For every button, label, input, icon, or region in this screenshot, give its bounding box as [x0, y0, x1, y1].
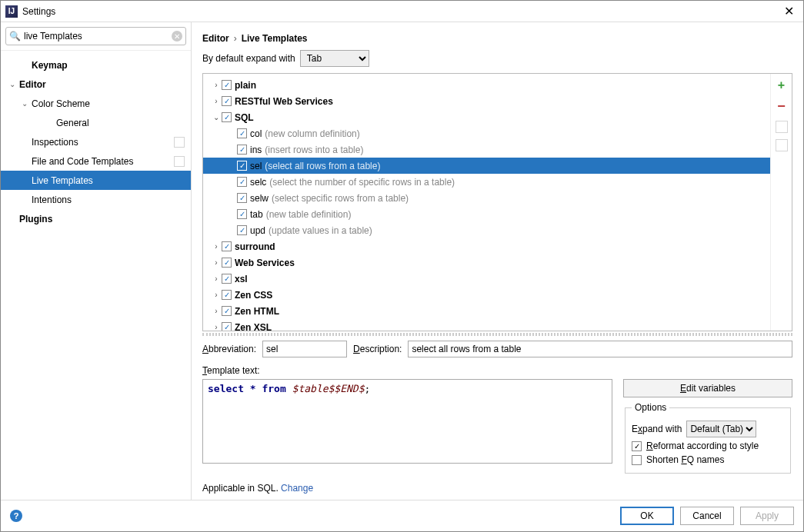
sidebar-item[interactable]: File and Code Templates: [1, 151, 191, 171]
help-icon[interactable]: ?: [10, 510, 22, 522]
group-checkbox[interactable]: ✓: [222, 112, 232, 122]
group-checkbox[interactable]: ✓: [222, 80, 232, 90]
template-item[interactable]: ✓upd (update values in a table): [203, 222, 770, 238]
template-item[interactable]: ✓selc (select the number of specific row…: [203, 174, 770, 190]
sidebar-item[interactable]: Keymap: [1, 55, 191, 75]
expand-select[interactable]: Tab: [300, 50, 369, 67]
paste-icon[interactable]: [776, 139, 788, 151]
template-group[interactable]: ⌄✓SQL: [203, 109, 770, 125]
sidebar-item[interactable]: Intentions: [1, 190, 191, 209]
options-group: Options Expand with Default (Tab) ✓ Refo…: [625, 402, 791, 474]
close-icon[interactable]: ✕: [779, 4, 799, 18]
item-checkbox[interactable]: ✓: [237, 225, 247, 235]
item-checkbox[interactable]: ✓: [237, 177, 247, 187]
template-item[interactable]: ✓ins (insert rows into a table): [203, 141, 770, 158]
item-checkbox[interactable]: ✓: [237, 161, 247, 171]
template-text-area[interactable]: select * from $table$$END$;: [202, 379, 612, 464]
templates-tree[interactable]: ›✓plain›✓RESTful Web Services⌄✓SQL✓col (…: [203, 74, 770, 331]
abbreviation-input[interactable]: [262, 341, 347, 357]
item-checkbox[interactable]: ✓: [237, 193, 247, 203]
item-checkbox[interactable]: ✓: [237, 145, 247, 155]
sidebar-item[interactable]: Live Templates: [1, 171, 191, 190]
template-group[interactable]: ›✓Zen HTML: [203, 303, 770, 319]
group-checkbox[interactable]: ✓: [222, 96, 232, 106]
sidebar: 🔍 ✕ Keymap⌄Editor⌄Color SchemeGeneralIns…: [1, 22, 192, 500]
sidebar-item[interactable]: ⌄Color Scheme: [1, 94, 191, 113]
search-icon: 🔍: [9, 31, 21, 42]
item-checkbox[interactable]: ✓: [237, 209, 247, 219]
reformat-label: Reformat according to style: [646, 441, 759, 451]
template-item[interactable]: ✓selw (select specific rows from a table…: [203, 190, 770, 206]
templates-toolbar: + −: [770, 74, 792, 331]
template-group[interactable]: ›✓RESTful Web Services: [203, 93, 770, 109]
group-checkbox[interactable]: ✓: [222, 290, 232, 300]
group-checkbox[interactable]: ✓: [222, 322, 232, 331]
group-checkbox[interactable]: ✓: [222, 258, 232, 268]
template-group[interactable]: ›✓plain: [203, 77, 770, 93]
ok-button[interactable]: OK: [620, 507, 674, 525]
add-icon[interactable]: +: [778, 78, 785, 92]
remove-icon[interactable]: −: [777, 98, 786, 115]
apply-button[interactable]: Apply: [740, 507, 794, 525]
template-group[interactable]: ›✓xsl: [203, 271, 770, 287]
template-item[interactable]: ✓sel (select all rows from a table): [203, 158, 770, 174]
sidebar-item[interactable]: Plugins: [1, 209, 191, 228]
abbr-label: Abbreviation:: [202, 344, 256, 354]
template-group[interactable]: ›✓Zen CSS: [203, 287, 770, 303]
settings-tree[interactable]: Keymap⌄Editor⌄Color SchemeGeneralInspect…: [1, 51, 191, 500]
group-checkbox[interactable]: ✓: [222, 306, 232, 316]
expand-with-label: Expand with: [632, 424, 682, 434]
title-bar: IJ Settings ✕: [1, 1, 803, 22]
applicable-text: Applicable in SQL. Change: [192, 480, 803, 500]
group-checkbox[interactable]: ✓: [222, 241, 232, 251]
expand-label: By default expand with: [202, 53, 295, 64]
group-checkbox[interactable]: ✓: [222, 274, 232, 284]
expand-with-select[interactable]: Default (Tab): [686, 421, 756, 437]
sidebar-item[interactable]: Inspections: [1, 132, 191, 151]
edit-variables-button[interactable]: Edit variables: [623, 379, 792, 397]
copy-icon[interactable]: [776, 121, 788, 133]
desc-label: Description:: [353, 344, 402, 354]
search-field[interactable]: [21, 31, 172, 42]
scheme-icon: [174, 156, 185, 167]
window-title: Settings: [22, 6, 55, 17]
shorten-label: Shorten FQ names: [646, 454, 724, 465]
clear-search-icon[interactable]: ✕: [172, 31, 182, 42]
template-text-label: Template text:: [192, 365, 803, 379]
sidebar-item[interactable]: ⌄Editor: [1, 75, 191, 94]
search-input[interactable]: 🔍 ✕: [5, 27, 186, 45]
item-checkbox[interactable]: ✓: [237, 128, 247, 138]
cancel-button[interactable]: Cancel: [680, 507, 734, 525]
template-group[interactable]: ›✓surround: [203, 238, 770, 254]
template-group[interactable]: ›✓Web Services: [203, 254, 770, 271]
template-item[interactable]: ✓col (new column definition): [203, 125, 770, 141]
sidebar-item[interactable]: General: [1, 113, 191, 132]
template-item[interactable]: ✓tab (new table definition): [203, 206, 770, 222]
reformat-checkbox[interactable]: ✓: [632, 441, 642, 451]
breadcrumb: Editor›Live Templates: [192, 22, 803, 50]
app-icon: IJ: [5, 5, 18, 18]
description-input[interactable]: [408, 341, 792, 357]
shorten-checkbox[interactable]: [632, 455, 642, 465]
scheme-icon: [174, 137, 185, 148]
change-context-link[interactable]: Change: [281, 483, 313, 494]
template-group[interactable]: ›✓Zen XSL: [203, 319, 770, 331]
splitter-grip[interactable]: [202, 333, 792, 336]
